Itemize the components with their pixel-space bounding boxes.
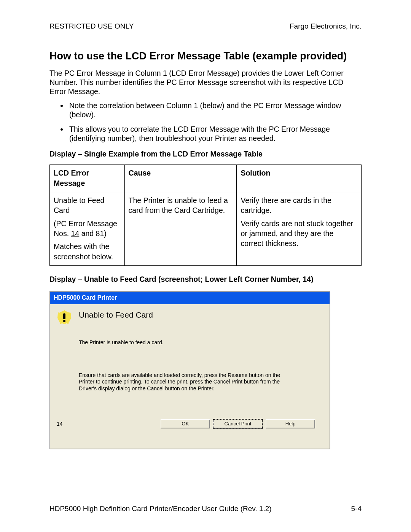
- lcd-nos-underlined: 14: [71, 229, 80, 238]
- screenshot-subheading: Display – Unable to Feed Card (screensho…: [49, 275, 362, 284]
- svg-point-10: [63, 320, 65, 322]
- header-right: Fargo Electronics, Inc.: [290, 22, 362, 30]
- table-header-cause: Cause: [124, 165, 237, 192]
- error-message-table: LCD Error Message Cause Solution Unable …: [49, 165, 362, 266]
- solution-p2: Verify cards are not stuck together or j…: [241, 219, 357, 249]
- header-left: RESTRICTED USE ONLY: [49, 22, 134, 30]
- lcd-line1: Unable to Feed Card: [54, 195, 121, 216]
- help-button[interactable]: Help: [266, 419, 315, 428]
- table-row: Unable to Feed Card (PC Error Message No…: [50, 192, 362, 266]
- cell-solution: Verify there are cards in the cartridge.…: [237, 192, 362, 266]
- warning-icon: [57, 310, 72, 325]
- section-title: How to use the LCD Error Message Table (…: [49, 50, 362, 62]
- error-dialog: HDP5000 Card Printer: [49, 291, 330, 449]
- solution-p1: Verify there are cards in the cartridge.: [241, 195, 357, 216]
- intro-paragraph: The PC Error Message in Column 1 (LCD Er…: [49, 69, 362, 96]
- table-header-solution: Solution: [237, 165, 362, 192]
- dialog-instructions: Ensure that cards are available and load…: [79, 372, 280, 392]
- cell-cause: The Printer is unable to feed a card fro…: [124, 192, 237, 266]
- dialog-corner-number: 14: [57, 421, 63, 428]
- page-footer: HDP5000 High Definition Card Printer/Enc…: [49, 505, 362, 513]
- bullet-item: Note the correlation between Column 1 (b…: [68, 101, 362, 120]
- table-subheading: Display – Single Example from the LCD Er…: [49, 150, 362, 158]
- footer-left: HDP5000 High Definition Card Printer/Enc…: [49, 505, 272, 513]
- cancel-print-button[interactable]: Cancel Print: [213, 419, 263, 428]
- page-header: RESTRICTED USE ONLY Fargo Electronics, I…: [49, 22, 362, 30]
- lcd-line3: Matches with the screenshot below.: [54, 241, 121, 262]
- cell-lcd: Unable to Feed Card (PC Error Message No…: [50, 192, 125, 266]
- dialog-message: The Printer is unable to feed a card.: [79, 339, 323, 345]
- lcd-nos-suffix: and 81): [79, 229, 107, 238]
- dialog-heading: Unable to Feed Card: [79, 310, 323, 320]
- bullet-item: This allows you to correlate the LCD Err…: [68, 125, 362, 143]
- svg-rect-9: [63, 313, 65, 319]
- table-header-lcd: LCD Error Message: [50, 165, 125, 192]
- dialog-body: Unable to Feed Card The Printer is unabl…: [50, 304, 330, 449]
- footer-page-number: 5-4: [351, 505, 362, 513]
- ok-button[interactable]: OK: [161, 419, 210, 428]
- intro-bullets: Note the correlation between Column 1 (b…: [49, 101, 362, 143]
- dialog-titlebar: HDP5000 Card Printer: [50, 292, 330, 304]
- dialog-button-row: OK Cancel Print Help: [161, 419, 323, 428]
